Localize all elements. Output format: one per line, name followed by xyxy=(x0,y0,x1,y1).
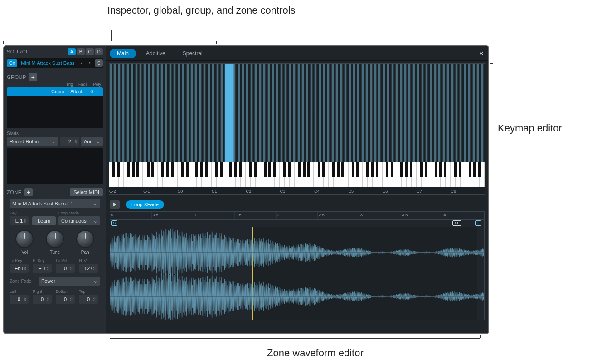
fade-bottom-stepper[interactable]: 0 xyxy=(56,295,75,304)
bottom-label: Bottom xyxy=(56,289,77,294)
octave-label: C7 xyxy=(417,189,422,194)
source-on-toggle[interactable]: On xyxy=(7,59,17,67)
loop-xfade-button[interactable]: Loop XFade xyxy=(126,200,164,209)
pan-knob[interactable] xyxy=(76,230,94,248)
zone-section: ZONE + Select MIDI Mini M Attack Sust Ba… xyxy=(4,186,106,333)
fade-right-stepper[interactable]: 0 xyxy=(33,295,52,304)
octave-label: C-2 xyxy=(109,189,116,194)
octave-label: C-1 xyxy=(143,189,150,194)
add-group-button[interactable]: + xyxy=(29,73,37,81)
start-marker[interactable]: S xyxy=(111,220,117,226)
source-section: SOURCE A B C D On Mini M Attack Sust Bas… xyxy=(4,46,106,71)
start-mode-select[interactable]: Round Robin xyxy=(7,137,58,146)
keymap-editor[interactable]: C-2C-1C0C1C2C3C4C5C6C7C8 xyxy=(109,63,485,195)
tune-knob-label: Tune xyxy=(50,250,60,255)
octave-label: C2 xyxy=(246,189,251,194)
hivel-label: Hi Vel xyxy=(79,258,100,263)
lovel-stepper[interactable]: 0 xyxy=(56,264,75,273)
start-cond-select[interactable]: And xyxy=(81,137,103,146)
volume-knob[interactable] xyxy=(15,230,34,248)
zone-key-stepper[interactable]: E 1 xyxy=(10,216,29,225)
tab-spectral[interactable]: Spectral xyxy=(175,49,210,58)
time-ruler[interactable]: 00.511.522.533.54 xyxy=(110,212,484,220)
instrument-name-field[interactable]: Mini M Attack Sust Bass xyxy=(19,60,77,66)
add-zone-button[interactable]: + xyxy=(24,188,33,196)
hikey-label: Hi Key xyxy=(33,258,54,263)
group-section: GROUP + Trig Fade Poly Group Attack 0 - … xyxy=(4,71,106,186)
prev-instrument-button[interactable]: ‹ xyxy=(78,60,85,66)
start-conditions-list[interactable] xyxy=(7,148,103,184)
inspector-sidebar: SOURCE A B C D On Mini M Attack Sust Bas… xyxy=(4,46,106,333)
group-col-trig: Trig xyxy=(66,82,73,87)
xf-marker[interactable]: XF xyxy=(452,220,461,226)
zone-name-select[interactable]: Mini M Attack Sust Bass E1 xyxy=(10,199,100,208)
zone-fade-select[interactable]: Power xyxy=(39,277,100,286)
octave-label: C1 xyxy=(212,189,217,194)
group-row[interactable]: Group Attack 0 - xyxy=(7,87,103,96)
pan-knob-label: Pan xyxy=(81,250,89,255)
piano-keyboard[interactable]: C-2C-1C0C1C2C3C4C5C6C7C8 xyxy=(109,162,485,187)
key-label: Key xyxy=(10,211,29,215)
zonefade-label: Zone Fade xyxy=(10,279,35,284)
lokey-stepper[interactable]: Eb1 xyxy=(10,264,29,273)
tab-additive[interactable]: Additive xyxy=(139,49,173,58)
loopmode-label: Loop Mode xyxy=(58,211,100,215)
solo-toggle[interactable]: S xyxy=(95,59,103,67)
source-tab-b[interactable]: B xyxy=(77,48,85,55)
callout-waveform: Zone waveform editor xyxy=(267,347,364,359)
lokey-label: Lo Key xyxy=(10,258,31,263)
editor-tabs: Main Additive Spectral × xyxy=(106,46,488,61)
end-marker[interactable]: E xyxy=(475,220,481,226)
select-midi-button[interactable]: Select MIDI xyxy=(70,188,103,196)
top-label: Top xyxy=(79,289,100,294)
loop-mode-select[interactable]: Continuous xyxy=(58,216,100,225)
group-col-poly: Poly xyxy=(93,82,101,87)
starts-title: Starts xyxy=(7,131,103,136)
fade-top-stepper[interactable]: 0 xyxy=(79,295,98,304)
source-tab-group: A B C D xyxy=(68,48,103,55)
close-button[interactable]: × xyxy=(479,49,484,58)
octave-label: C3 xyxy=(280,189,286,194)
group-list[interactable]: Group Attack 0 - xyxy=(7,87,103,128)
octave-label: C6 xyxy=(383,189,388,194)
source-tab-d[interactable]: D xyxy=(95,48,103,55)
source-title: SOURCE xyxy=(7,49,29,54)
callout-keymap: Keymap editor xyxy=(498,122,562,134)
marker-strip[interactable]: S XF E xyxy=(110,220,484,227)
octave-label: C0 xyxy=(178,189,183,194)
next-instrument-button[interactable]: › xyxy=(87,60,93,66)
waveform-editor[interactable]: 00.511.522.533.54 S XF E xyxy=(110,211,485,320)
learn-button[interactable]: Learn xyxy=(32,216,56,225)
tab-main[interactable]: Main xyxy=(110,49,136,58)
source-tab-c[interactable]: C xyxy=(86,48,94,55)
app-window: SOURCE A B C D On Mini M Attack Sust Bas… xyxy=(3,45,489,334)
octave-label: C8 xyxy=(451,189,456,194)
fade-left-stepper[interactable]: 0 xyxy=(10,295,29,304)
play-button[interactable] xyxy=(110,200,120,209)
lovel-label: Lo Vel xyxy=(56,258,77,263)
tune-knob[interactable] xyxy=(46,230,64,248)
callout-inspector: Inspector, global, group, and zone contr… xyxy=(107,5,296,16)
editor-panel: Main Additive Spectral × C-2C-1C0C1C2C3C… xyxy=(106,46,488,333)
hivel-stepper[interactable]: 127 xyxy=(79,264,98,273)
group-title: GROUP xyxy=(7,74,26,80)
start-count-stepper[interactable]: 2 xyxy=(60,137,79,146)
octave-label: C5 xyxy=(349,189,354,194)
vol-knob-label: Vol xyxy=(21,250,28,255)
hikey-stepper[interactable]: F 1 xyxy=(33,264,52,273)
group-col-fade: Fade xyxy=(78,82,88,87)
source-tab-a[interactable]: A xyxy=(68,48,76,55)
left-label: Left xyxy=(10,289,31,294)
zone-title: ZONE xyxy=(7,189,22,195)
octave-label: C4 xyxy=(314,189,320,194)
right-label: Right xyxy=(33,289,54,294)
